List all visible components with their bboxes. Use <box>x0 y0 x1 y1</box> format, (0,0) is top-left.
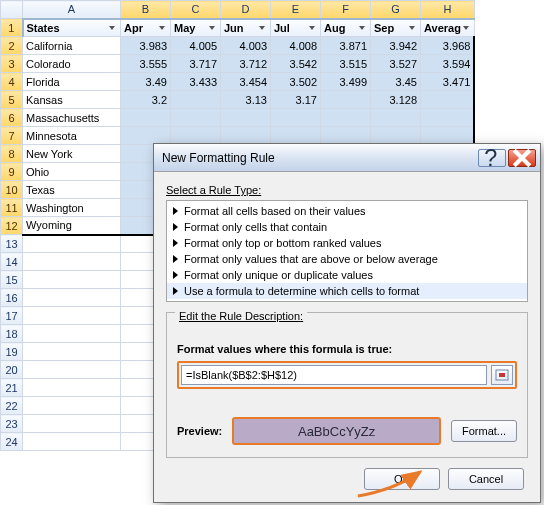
data-cell[interactable]: 4.008 <box>271 37 321 55</box>
close-button[interactable] <box>508 149 536 167</box>
cell-state[interactable]: New York <box>23 145 121 163</box>
table-row[interactable]: 4Florida3.493.4333.4543.5023.4993.453.47… <box>1 73 475 91</box>
row-header[interactable]: 21 <box>1 379 23 397</box>
col-header[interactable]: D <box>221 1 271 19</box>
data-cell[interactable]: 3.717 <box>171 55 221 73</box>
data-cell[interactable]: 4.005 <box>171 37 221 55</box>
col-header[interactable]: C <box>171 1 221 19</box>
row-header[interactable]: 3 <box>1 55 23 73</box>
rule-type-item[interactable]: Use a formula to determine which cells t… <box>167 283 527 299</box>
empty-cell[interactable] <box>23 289 121 307</box>
filter-dropdown-icon[interactable] <box>107 23 117 33</box>
empty-cell[interactable] <box>23 379 121 397</box>
row-header[interactable]: 22 <box>1 397 23 415</box>
data-cell[interactable] <box>271 127 321 145</box>
row-header[interactable]: 6 <box>1 109 23 127</box>
data-cell[interactable]: 3.128 <box>371 91 421 109</box>
table-row[interactable]: 3Colorado3.5553.7173.7123.5423.5153.5273… <box>1 55 475 73</box>
row-header[interactable]: 1 <box>1 19 23 37</box>
row-header[interactable]: 12 <box>1 217 23 235</box>
data-cell[interactable]: 3.433 <box>171 73 221 91</box>
rule-type-item[interactable]: Format only unique or duplicate values <box>167 267 527 283</box>
cell-state[interactable]: Washington <box>23 199 121 217</box>
data-cell[interactable] <box>221 109 271 127</box>
row-header[interactable]: 16 <box>1 289 23 307</box>
header-cell[interactable]: Aug <box>321 19 371 37</box>
dialog-titlebar[interactable]: New Formatting Rule ? <box>154 144 540 172</box>
header-cell[interactable]: Averag <box>421 19 475 37</box>
row-header[interactable]: 5 <box>1 91 23 109</box>
rule-type-item[interactable]: Format all cells based on their values <box>167 203 527 219</box>
row-header[interactable]: 14 <box>1 253 23 271</box>
table-row[interactable]: 7Minnesota <box>1 127 475 145</box>
data-cell[interactable] <box>121 127 171 145</box>
data-cell[interactable] <box>271 109 321 127</box>
row-header[interactable]: 8 <box>1 145 23 163</box>
data-cell[interactable]: 3.594 <box>421 55 475 73</box>
cell-state[interactable]: Ohio <box>23 163 121 181</box>
rule-type-item[interactable]: Format only values that are above or bel… <box>167 251 527 267</box>
row-header[interactable]: 7 <box>1 127 23 145</box>
data-cell[interactable] <box>121 109 171 127</box>
data-cell[interactable]: 3.555 <box>121 55 171 73</box>
row-header[interactable]: 18 <box>1 325 23 343</box>
filter-dropdown-icon[interactable] <box>307 23 317 33</box>
data-cell[interactable]: 3.515 <box>321 55 371 73</box>
filter-dropdown-icon[interactable] <box>207 23 217 33</box>
table-header-row[interactable]: 1StatesAprMayJunJulAugSepAverag <box>1 19 475 37</box>
data-cell[interactable] <box>321 91 371 109</box>
col-header[interactable]: E <box>271 1 321 19</box>
data-cell[interactable]: 3.471 <box>421 73 475 91</box>
data-cell[interactable]: 3.527 <box>371 55 421 73</box>
data-cell[interactable] <box>371 109 421 127</box>
data-cell[interactable]: 3.502 <box>271 73 321 91</box>
table-row[interactable]: 5Kansas3.23.133.173.128 <box>1 91 475 109</box>
data-cell[interactable]: 3.712 <box>221 55 271 73</box>
rule-type-item[interactable]: Format only top or bottom ranked values <box>167 235 527 251</box>
data-cell[interactable] <box>171 127 221 145</box>
cell-state[interactable]: Massachusetts <box>23 109 121 127</box>
col-header[interactable]: F <box>321 1 371 19</box>
data-cell[interactable]: 3.49 <box>121 73 171 91</box>
data-cell[interactable]: 3.45 <box>371 73 421 91</box>
range-selector-button[interactable] <box>491 365 513 385</box>
table-row[interactable]: 6Massachusetts <box>1 109 475 127</box>
data-cell[interactable]: 3.871 <box>321 37 371 55</box>
ok-button[interactable]: OK <box>364 468 440 490</box>
row-header[interactable]: 15 <box>1 271 23 289</box>
data-cell[interactable]: 3.968 <box>421 37 475 55</box>
table-row[interactable]: 2California3.9834.0054.0034.0083.8713.94… <box>1 37 475 55</box>
data-cell[interactable]: 3.454 <box>221 73 271 91</box>
empty-cell[interactable] <box>23 415 121 433</box>
header-cell[interactable]: Apr <box>121 19 171 37</box>
filter-dropdown-icon[interactable] <box>157 23 167 33</box>
col-header[interactable]: G <box>371 1 421 19</box>
col-header[interactable]: H <box>421 1 475 19</box>
cell-state[interactable]: Texas <box>23 181 121 199</box>
empty-cell[interactable] <box>23 397 121 415</box>
cancel-button[interactable]: Cancel <box>448 468 524 490</box>
row-header[interactable]: 23 <box>1 415 23 433</box>
data-cell[interactable]: 3.17 <box>271 91 321 109</box>
row-header[interactable]: 9 <box>1 163 23 181</box>
data-cell[interactable] <box>321 109 371 127</box>
header-cell[interactable]: May <box>171 19 221 37</box>
header-cell[interactable]: Sep <box>371 19 421 37</box>
header-cell[interactable]: States <box>23 19 121 37</box>
row-header[interactable]: 17 <box>1 307 23 325</box>
format-button[interactable]: Format... <box>451 420 517 442</box>
data-cell[interactable] <box>171 109 221 127</box>
empty-cell[interactable] <box>23 307 121 325</box>
rule-type-list[interactable]: Format all cells based on their values F… <box>166 200 528 302</box>
filter-dropdown-icon[interactable] <box>357 23 367 33</box>
select-all-corner[interactable] <box>1 1 23 19</box>
empty-cell[interactable] <box>23 361 121 379</box>
empty-cell[interactable] <box>23 235 121 253</box>
data-cell[interactable]: 3.13 <box>221 91 271 109</box>
filter-dropdown-icon[interactable] <box>257 23 267 33</box>
empty-cell[interactable] <box>23 253 121 271</box>
cell-state[interactable]: Minnesota <box>23 127 121 145</box>
row-header[interactable]: 11 <box>1 199 23 217</box>
filter-dropdown-icon[interactable] <box>407 23 417 33</box>
cell-state[interactable]: Florida <box>23 73 121 91</box>
